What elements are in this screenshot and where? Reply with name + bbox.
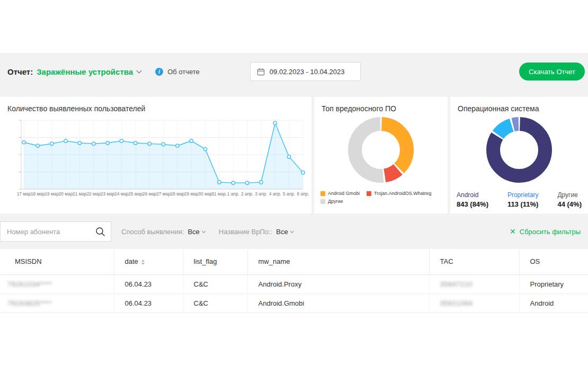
malware-name-value[interactable]: Все — [276, 228, 288, 236]
infected-devices-report-page: Отчет: Заражённые устройства i Об отчете… — [0, 0, 588, 313]
close-icon[interactable]: ✕ — [510, 227, 516, 236]
svg-text:22 мар: 22 мар — [86, 191, 101, 197]
svg-text:1 апр.: 1 апр. — [227, 191, 239, 197]
cell-list_flag: C&C — [183, 293, 247, 313]
download-report-button[interactable]: Скачать Отчет — [519, 63, 585, 81]
os-stat: Proprietary113 (11%) — [507, 191, 539, 208]
date-range-value: 09.02.2023 - 10.04.2023 — [270, 68, 345, 76]
top-whitespace — [0, 0, 588, 53]
legend-item: Trojan.AndroidOS.Whatreg — [367, 191, 431, 196]
cell-mw_name: Android.Proxy — [247, 274, 429, 293]
malware-donut-chart — [314, 116, 448, 187]
svg-text:17 мар: 17 мар — [17, 191, 31, 197]
svg-text:4 апр.: 4 апр. — [269, 191, 281, 197]
users-line-chart: 17 мар18 мар19 мар20 мар21 мар22 мар23 м… — [0, 115, 311, 202]
cell-tac: 35921064 — [429, 293, 519, 313]
table-body: 79261034****06.04.23C&CAndroid.Proxy3584… — [0, 274, 588, 313]
column-header-mw_name: mw_name — [247, 249, 429, 274]
os-stat: Другие44 (4%) — [557, 191, 582, 208]
report-label: Отчет: — [7, 67, 33, 76]
svg-text:27 мар: 27 мар — [156, 191, 171, 197]
cell-tac: 35847210 — [429, 274, 519, 293]
malware-legend: Android GmobiTrojan.AndroidOS.WhatregДру… — [314, 187, 448, 204]
cell-os: Android — [519, 293, 588, 313]
search-input[interactable] — [1, 227, 95, 236]
svg-text:20 мар: 20 мар — [59, 191, 73, 197]
os-chart-card: Операционная система Android843 (84%)Pro… — [450, 97, 588, 213]
cell-date: 06.04.23 — [114, 274, 183, 293]
search-icon[interactable] — [95, 227, 105, 237]
table-row: 79261034****06.04.23C&CAndroid.Proxy3584… — [0, 274, 588, 293]
os-chart-title: Операционная система — [450, 97, 588, 113]
charts-row: Количество выявленных пользователей 17 м… — [0, 97, 588, 213]
cell-mw_name: Android.Gmobi — [247, 293, 429, 313]
malware-chart-card: Топ вредоносного ПО Android GmobiTrojan.… — [314, 97, 448, 213]
os-stat-value: 843 (84%) — [457, 200, 488, 208]
svg-text:24 мар: 24 мар — [114, 191, 129, 197]
svg-text:31 мар.: 31 мар. — [211, 191, 227, 197]
os-stat-value: 44 (4%) — [557, 200, 582, 208]
os-stat-name: Proprietary — [507, 191, 539, 199]
chevron-down-icon[interactable] — [137, 68, 142, 74]
cell-date: 06.04.23 — [114, 293, 183, 313]
detection-method-value[interactable]: Все — [188, 228, 199, 236]
column-header-msisdn: MSISDN — [0, 249, 114, 274]
redacted-value: 79261034**** — [7, 280, 52, 288]
svg-text:21 мар: 21 мар — [73, 191, 87, 197]
chevron-down-icon[interactable] — [290, 229, 294, 233]
malware-name-label: Название ВрПо:: — [219, 228, 272, 236]
legend-item: Другие — [320, 199, 343, 204]
table-row: 79163825****06.04.23C&CAndroid.Gmobi3592… — [0, 293, 588, 313]
svg-text:25 мар: 25 мар — [128, 191, 142, 197]
os-stat-value: 113 (11%) — [507, 200, 539, 208]
table-header-row: MSISDNdatelist_flagmw_nameTACOS — [0, 249, 588, 274]
about-report-link[interactable]: Об отчете — [167, 68, 200, 76]
cell-os: Proprietary — [519, 274, 588, 293]
legend-swatch — [320, 199, 325, 204]
malware-name-filter[interactable]: Название ВрПо:: Все — [219, 228, 293, 236]
legend-swatch — [320, 191, 325, 196]
cell-msisdn: 79163825**** — [0, 293, 114, 313]
infected-devices-table: MSISDNdatelist_flagmw_nameTACOS 79261034… — [0, 249, 588, 313]
svg-text:23 мар: 23 мар — [101, 191, 115, 197]
detection-method-filter[interactable]: Способ выявления: Все — [121, 228, 205, 236]
os-stat-name: Другие — [557, 191, 582, 199]
report-section: Отчет: Заражённые устройства i Об отчете… — [0, 53, 588, 313]
sort-icon[interactable] — [141, 260, 145, 265]
legend-item: Android Gmobi — [320, 191, 360, 196]
column-header-tac: TAC — [429, 249, 519, 274]
svg-text:18 мар: 18 мар — [31, 191, 45, 197]
svg-text:3 апр.: 3 апр. — [255, 191, 267, 197]
column-header-list_flag: list_flag — [183, 249, 247, 274]
report-header-bar: Отчет: Заражённые устройства i Об отчете… — [0, 53, 588, 90]
os-stats-row: Android843 (84%)Proprietary113 (11%)Друг… — [450, 187, 588, 208]
os-donut-chart — [450, 116, 588, 187]
svg-text:2 апр.: 2 апр. — [241, 191, 253, 197]
svg-text:26 мар: 26 мар — [142, 191, 157, 197]
svg-text:5 апр.: 5 апр. — [283, 191, 295, 197]
reset-filters-label[interactable]: Сбросить фильтры — [520, 228, 581, 236]
date-range-picker[interactable]: 09.02.2023 - 10.04.2023 — [250, 62, 361, 81]
report-type-selector[interactable]: Заражённые устройства — [37, 67, 133, 76]
users-chart-card: Количество выявленных пользователей 17 м… — [0, 97, 311, 213]
svg-text:28 мар: 28 мар — [171, 191, 185, 197]
cell-msisdn: 79261034**** — [0, 274, 114, 293]
os-stat: Android843 (84%) — [457, 191, 488, 208]
filter-bar: Способ выявления: Все Название ВрПо:: Вс… — [0, 221, 588, 242]
chevron-down-icon[interactable] — [202, 229, 206, 233]
redacted-value: 35847210 — [440, 280, 473, 288]
calendar-icon — [257, 68, 265, 76]
legend-swatch — [367, 191, 371, 196]
detection-method-label: Способ выявления: — [121, 228, 184, 236]
users-chart-title: Количество выявленных пользователей — [0, 97, 311, 113]
svg-text:30 мар: 30 мар — [198, 191, 212, 197]
column-header-date[interactable]: date — [114, 249, 183, 274]
info-icon[interactable]: i — [155, 68, 163, 76]
redacted-value: 35921064 — [440, 299, 473, 307]
table-header: MSISDNdatelist_flagmw_nameTACOS — [0, 249, 588, 274]
reset-filters-button[interactable]: ✕ Сбросить фильтры — [510, 227, 581, 236]
os-stat-name: Android — [457, 191, 488, 199]
malware-chart-title: Топ вредоносного ПО — [314, 97, 448, 113]
subscriber-search-box[interactable] — [0, 221, 111, 242]
svg-text:29 мар: 29 мар — [184, 191, 199, 197]
